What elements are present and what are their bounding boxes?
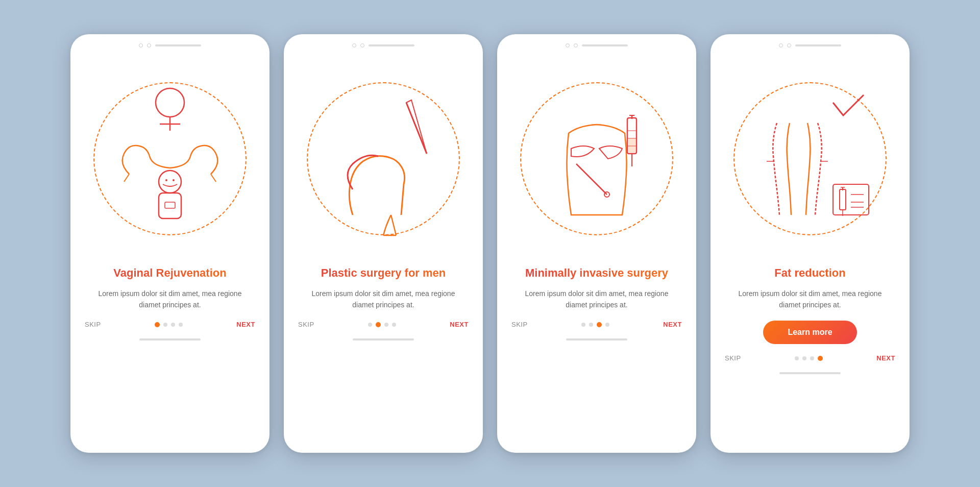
nav-dots-1 (155, 322, 183, 327)
nav-dot (384, 323, 388, 327)
card-title-1: Vaginal Rejuvenation (87, 266, 253, 281)
svg-point-3 (159, 171, 181, 193)
nav-dot (392, 323, 396, 327)
status-line (155, 44, 201, 46)
svg-rect-21 (840, 189, 846, 210)
card-description-1: Lorem ipsum dolor sit dim amet, mea regi… (87, 288, 253, 311)
bottom-line-3 (566, 338, 627, 340)
fat-reduction-icon (739, 72, 881, 246)
bottom-line-1 (139, 338, 201, 340)
svg-rect-17 (628, 138, 635, 153)
bottom-nav-3: SKIP NEXT (497, 321, 696, 338)
plastic-surgery-icon (312, 72, 455, 246)
illustration-area-1 (70, 52, 270, 266)
next-button-4[interactable]: NEXT (876, 354, 895, 362)
svg-rect-20 (833, 184, 869, 215)
bottom-nav-2: SKIP NEXT (284, 321, 483, 338)
skip-button-2[interactable]: SKIP (298, 321, 314, 328)
content-area-2: Plastic surgery for men Lorem ipsum dolo… (284, 266, 483, 321)
vaginal-rejuvenation-icon (99, 72, 241, 246)
svg-point-0 (156, 88, 184, 117)
card-title-4: Fat reduction (727, 266, 893, 281)
card-title-2: Plastic surgery for men (300, 266, 467, 281)
card-title-3: Minimally invasive surgery (513, 266, 680, 281)
skip-button-4[interactable]: SKIP (725, 354, 741, 362)
nav-dot (795, 356, 799, 360)
status-line (369, 44, 414, 46)
nav-dot (605, 323, 609, 327)
card-description-2: Lorem ipsum dolor sit dim amet, mea regi… (300, 288, 467, 311)
nav-dot-active (376, 322, 381, 327)
svg-rect-5 (165, 202, 175, 208)
nav-dot (368, 323, 372, 327)
nav-dot-active (818, 356, 823, 361)
phone-card-minimally-invasive: Minimally invasive surgery Lorem ipsum d… (497, 34, 696, 453)
nav-dot-active (155, 322, 160, 327)
nav-dot (179, 323, 183, 327)
minimally-invasive-icon (525, 72, 668, 246)
svg-rect-4 (159, 193, 181, 218)
nav-dots-2 (368, 322, 396, 327)
status-dot (147, 43, 151, 47)
bottom-nav-4: SKIP NEXT (710, 354, 910, 372)
card-description-3: Lorem ipsum dolor sit dim amet, mea regi… (513, 288, 680, 311)
svg-point-7 (173, 179, 175, 181)
next-button-2[interactable]: NEXT (450, 321, 469, 328)
card-description-4: Lorem ipsum dolor sit dim amet, mea regi… (727, 288, 893, 311)
illustration-area-4 (710, 52, 910, 266)
status-bar-4 (710, 34, 910, 52)
status-line (795, 44, 841, 46)
illustration-area-3 (497, 52, 696, 266)
status-dot (360, 43, 364, 47)
status-bar-3 (497, 34, 696, 52)
content-area-4: Fat reduction Lorem ipsum dolor sit dim … (710, 266, 910, 354)
nav-dot (802, 356, 806, 360)
status-dot (787, 43, 791, 47)
nav-dot (810, 356, 814, 360)
status-bar-2 (284, 34, 483, 52)
svg-point-6 (165, 179, 167, 181)
phone-card-vaginal-rejuvenation: Vaginal Rejuvenation Lorem ipsum dolor s… (70, 34, 270, 453)
nav-dot (581, 323, 585, 327)
next-button-1[interactable]: NEXT (236, 321, 255, 328)
illustration-area-2 (284, 52, 483, 266)
status-dot (139, 43, 143, 47)
nav-dot (589, 323, 593, 327)
bottom-line-4 (779, 372, 841, 374)
next-button-3[interactable]: NEXT (663, 321, 682, 328)
content-area-3: Minimally invasive surgery Lorem ipsum d… (497, 266, 696, 321)
skip-button-3[interactable]: SKIP (511, 321, 528, 328)
nav-dots-4 (795, 356, 823, 361)
status-dot (779, 43, 783, 47)
nav-dots-3 (581, 322, 609, 327)
screens-container: Vaginal Rejuvenation Lorem ipsum dolor s… (50, 14, 930, 473)
nav-dot (171, 323, 175, 327)
status-dot (566, 43, 570, 47)
nav-dot (163, 323, 167, 327)
svg-line-18 (576, 164, 607, 194)
status-bar-1 (70, 34, 270, 52)
skip-button-1[interactable]: SKIP (85, 321, 101, 328)
status-line (582, 44, 628, 46)
phone-card-fat-reduction: Fat reduction Lorem ipsum dolor sit dim … (710, 34, 910, 453)
status-dot (574, 43, 578, 47)
bottom-line-2 (353, 338, 414, 340)
content-area-1: Vaginal Rejuvenation Lorem ipsum dolor s… (70, 266, 270, 321)
nav-dot-active (597, 322, 602, 327)
phone-card-plastic-surgery: Plastic surgery for men Lorem ipsum dolo… (284, 34, 483, 453)
status-dot (352, 43, 356, 47)
learn-more-button[interactable]: Learn more (763, 321, 856, 344)
bottom-nav-1: SKIP NEXT (70, 321, 270, 338)
